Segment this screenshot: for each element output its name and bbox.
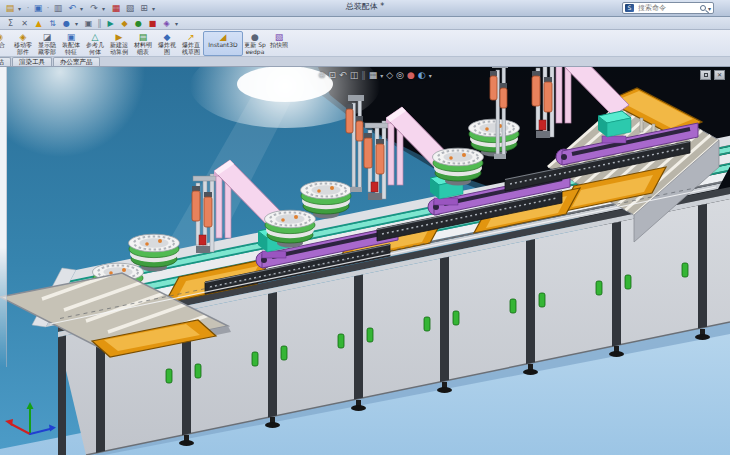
exploded-view-button[interactable]: ◆ 爆炸视图 [155,31,179,56]
restore-window-button[interactable] [700,70,711,80]
undo-dropdown-caret[interactable]: ▾ [80,5,86,12]
document-window-controls: ✕ [700,70,725,80]
equations-icon[interactable]: Σ [5,18,16,29]
quick-access-toolbar: ▤ ▾ · ▣ · ▥ ↶ ▾ ↷ ▾ ▦ ▧ ⊞ ▾ [4,1,158,16]
options-icon[interactable]: ◈ [161,18,172,29]
title-bar: ▤ ▾ · ▣ · ▥ ↶ ▾ ↷ ▾ ▦ ▧ ⊞ ▾ 总装配体 * S ▾ [0,0,730,17]
instant3d-button[interactable]: ◢ Instant3D [203,31,243,56]
exploded-view-icon: ◆ [164,32,171,42]
undo-icon[interactable]: ↶ [66,3,78,13]
search-magnifier-icon[interactable] [700,5,706,11]
move-component-icon: ◈ [20,32,27,42]
explode-line-sketch-icon: ↗ [187,32,195,42]
apply-scene-icon[interactable]: ◐ [418,70,426,80]
check-ok-icon[interactable]: ● [133,18,144,29]
file-properties-icon[interactable]: ▧ [124,3,136,13]
search-input[interactable] [636,3,698,13]
view-settings-caret[interactable]: ▾ [429,72,432,79]
update-speedpak-button[interactable]: ● 更新 Speedpak [243,31,267,56]
hide-show-items-icon[interactable]: ◎ [396,70,404,80]
edit-appearance-icon[interactable]: ● [61,18,72,29]
show-hidden-components-icon: ◪ [43,32,52,42]
redo-dropdown-caret[interactable]: ▾ [102,5,108,12]
layout-dropdown-caret[interactable]: ▾ [152,5,158,12]
heads-up-view-toolbar: ⊕ ⊡ ↶ ◫ ‖ ▦ ▾ ◇ ◎ ● ◐ ▾ [318,67,432,83]
previous-view-icon[interactable]: ↶ [339,70,347,80]
zoom-to-area-icon[interactable]: ⊡ [329,70,337,80]
graphics-viewport[interactable]: ⊕ ⊡ ↶ ◫ ‖ ▦ ▾ ◇ ◎ ● ◐ ▾ ✕ [0,67,730,455]
reference-geometry-button[interactable]: △ 参考几何体 [83,31,107,56]
display-style-icon[interactable]: ◇ [386,70,393,80]
zoom-to-fit-icon[interactable]: ⊕ [318,70,326,80]
explode-line-sketch-label: 爆炸直线草图 [180,42,202,55]
take-snapshot-button[interactable]: ▧ 拍快照 [267,31,291,56]
new-motion-study-icon: ▶ [116,32,123,42]
close-window-button[interactable]: ✕ [714,70,725,80]
standard-toolbar: Σ ✕ ▲ ⇅ ● ▾ ▣ ‖ ▶ ◆ ● ■ ◈ ▾ [0,17,730,30]
edit-appearance-icon[interactable]: ● [407,70,415,80]
tab-office-products[interactable]: 办公室产品 [53,57,100,66]
command-manager-ribbon: ◉ 配合 ◈ 移动零部件 ◪ 显示隐藏零部件 ▣ 装配体特征 △ 参考几何体 ▶… [0,30,730,57]
bill-of-materials-label: 材料明细表 [132,42,154,55]
assembly-features-icon: ▣ [67,32,76,42]
reference-geometry-label: 参考几何体 [84,42,106,55]
appearance-dropdown-caret[interactable]: ▾ [75,20,80,27]
search-box[interactable]: S ▾ [622,2,714,14]
instant3d-icon: ◢ [220,32,227,42]
measure-icon[interactable]: ⇅ [47,18,58,29]
save-icon[interactable]: ▣ [32,3,44,13]
update-speedpak-label: 更新 Speedpak [244,42,266,55]
reference-geometry-icon: △ [92,32,99,42]
toolbar-separator: · [26,4,30,13]
view-orientation-caret[interactable]: ▾ [380,72,383,79]
open-dropdown-caret[interactable]: ▾ [18,5,24,12]
feature-manager-collapsed-panel[interactable] [0,67,7,367]
explode-line-sketch-button[interactable]: ↗ 爆炸直线草图 [179,31,203,56]
bill-of-materials-icon: ▤ [139,32,148,42]
screenshot-icon[interactable]: ▣ [83,18,94,29]
toolbar-separator: ‖ [97,18,102,28]
simulation-icon[interactable]: ◆ [119,18,130,29]
bill-of-materials-button[interactable]: ▤ 材料明细表 [131,31,155,56]
new-motion-study-button[interactable]: ▶ 新建运动算例 [107,31,131,56]
update-speedpak-icon: ● [251,32,259,42]
exploded-view-label: 爆炸视图 [156,42,178,55]
mate-button[interactable]: ◉ 配合 [0,31,11,56]
mate-label: 配合 [0,42,10,55]
move-component-button[interactable]: ◈ 移动零部件 [11,31,35,56]
assembly-features-button[interactable]: ▣ 装配体特征 [59,31,83,56]
section-view-icon[interactable]: ◫ [350,70,359,80]
redo-icon[interactable]: ↷ [88,3,100,13]
show-hidden-components-button[interactable]: ◪ 显示隐藏零部件 [35,31,59,56]
print-icon[interactable]: ▥ [52,3,64,13]
show-hidden-components-label: 显示隐藏零部件 [36,42,58,55]
view-orientation-icon[interactable]: ▦ [369,70,378,80]
restore-icon [704,73,708,77]
toolbox-icon[interactable]: ■ [147,18,158,29]
instant3d-label: Instant3D [204,42,242,55]
screen-capture-icon[interactable]: ▦ [110,3,122,13]
mate-icon: ◉ [0,32,3,42]
toolbar-separator: · [46,4,50,13]
motion-study-icon[interactable]: ▶ [105,18,116,29]
tab-render-tools[interactable]: 渲染工具 [12,57,52,66]
command-manager-tabs: 评估 渲染工具 办公室产品 [0,57,730,67]
rebuild-warning-icon[interactable]: ▲ [33,18,44,29]
close-icon: ✕ [717,72,722,78]
window-layout-icon[interactable]: ⊞ [138,3,150,13]
take-snapshot-label: 拍快照 [268,42,290,55]
search-dropdown-caret[interactable]: ▾ [708,5,711,12]
viewport-3d-scene[interactable] [0,67,730,455]
options-dropdown-caret[interactable]: ▾ [175,20,180,27]
assembly-features-label: 装配体特征 [60,42,82,55]
solidworks-logo-icon: S [625,4,634,12]
interference-check-icon[interactable]: ✕ [19,18,30,29]
open-document-icon[interactable]: ▤ [4,3,16,13]
move-component-label: 移动零部件 [12,42,34,55]
new-motion-study-label: 新建运动算例 [108,42,130,55]
headsup-separator: ‖ [361,70,366,80]
document-title: 总装配体 * [230,1,500,12]
take-snapshot-icon: ▧ [275,32,284,42]
tab-evaluate[interactable]: 评估 [0,57,11,66]
